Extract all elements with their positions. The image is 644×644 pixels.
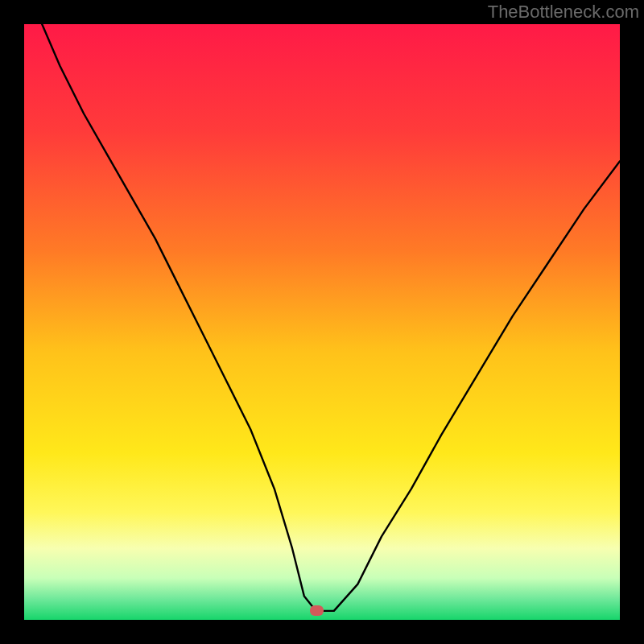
watermark-text: TheBottleneck.com xyxy=(488,2,639,23)
optimal-point-marker xyxy=(310,605,324,616)
chart-container: TheBottleneck.com xyxy=(0,0,644,644)
gradient-plot-area xyxy=(24,24,620,620)
